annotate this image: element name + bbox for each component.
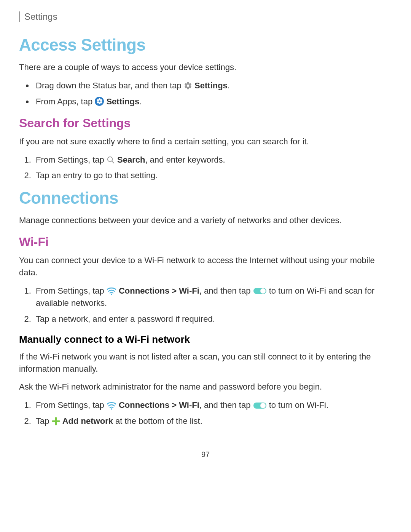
text: From Settings, tap xyxy=(36,286,107,296)
page-number: 97 xyxy=(19,450,392,459)
access-settings-list: Drag down the Status bar, and then tap S… xyxy=(33,80,392,108)
manual-wifi-steps: From Settings, tap Connections > Wi-Fi, … xyxy=(33,399,392,427)
svg-point-8 xyxy=(260,403,266,408)
toggle-on-icon xyxy=(253,401,267,409)
list-item: From Apps, tap Settings. xyxy=(33,96,392,108)
gear-badge-icon xyxy=(95,97,104,106)
svg-point-0 xyxy=(95,97,104,106)
header-text: Settings xyxy=(24,11,57,22)
list-item: Tap Add network at the bottom of the lis… xyxy=(33,415,392,427)
settings-label: Settings xyxy=(194,81,228,90)
text: , and then tap xyxy=(199,400,253,410)
plus-icon xyxy=(52,417,60,425)
text: From Settings, tap xyxy=(36,400,107,410)
gear-icon xyxy=(184,81,192,89)
text: , and enter keywords. xyxy=(145,155,225,165)
list-item: Tap a network, and enter a password if r… xyxy=(33,313,392,325)
text: Drag down the Status bar, and then tap xyxy=(36,81,184,90)
heading-wifi: Wi-Fi xyxy=(19,235,392,249)
text: Tap xyxy=(36,416,52,426)
text: at the bottom of the list. xyxy=(113,416,202,426)
toggle-on-icon xyxy=(253,286,267,295)
wifi-icon xyxy=(107,286,116,295)
wifi-intro: You can connect your device to a Wi-Fi n… xyxy=(19,254,392,279)
text: From Settings, tap xyxy=(36,155,107,165)
heading-manual-wifi: Manually connect to a Wi-Fi network xyxy=(19,334,392,345)
svg-line-2 xyxy=(112,161,114,163)
add-network-label: Add network xyxy=(62,416,113,426)
page-header: Settings xyxy=(19,11,392,22)
svg-point-5 xyxy=(260,288,266,294)
text: . xyxy=(139,97,142,106)
search-label: Search xyxy=(117,155,145,165)
text: to turn on Wi-Fi. xyxy=(269,400,328,410)
text: From Apps, tap xyxy=(36,97,95,106)
text: , and then tap xyxy=(199,286,253,296)
svg-point-6 xyxy=(111,408,112,410)
access-settings-intro: There are a couple of ways to access you… xyxy=(19,61,392,73)
wifi-steps: From Settings, tap Connections > Wi-Fi, … xyxy=(33,285,392,325)
manual-wifi-intro1: If the Wi-Fi network you want is not lis… xyxy=(19,351,392,375)
connections-wifi-label: Connections > Wi-Fi xyxy=(119,400,199,410)
heading-access-settings: Access Settings xyxy=(19,35,392,54)
heading-search-settings: Search for Settings xyxy=(19,116,392,130)
search-settings-intro: If you are not sure exactly where to fin… xyxy=(19,136,392,148)
manual-wifi-intro2: Ask the Wi-Fi network administrator for … xyxy=(19,381,392,393)
search-icon xyxy=(107,155,115,164)
wifi-icon xyxy=(107,401,116,409)
list-item: Tap an entry to go to that setting. xyxy=(33,169,392,182)
connections-wifi-label: Connections > Wi-Fi xyxy=(119,286,199,296)
heading-connections: Connections xyxy=(19,189,392,208)
list-item: From Settings, tap Connections > Wi-Fi, … xyxy=(33,399,392,411)
svg-point-3 xyxy=(111,294,112,295)
search-settings-steps: From Settings, tap Search, and enter key… xyxy=(33,154,392,182)
list-item: Drag down the Status bar, and then tap S… xyxy=(33,80,392,92)
connections-intro: Manage connections between your device a… xyxy=(19,214,392,227)
list-item: From Settings, tap Connections > Wi-Fi, … xyxy=(33,285,392,309)
list-item: From Settings, tap Search, and enter key… xyxy=(33,154,392,166)
settings-label: Settings xyxy=(106,97,139,106)
text: . xyxy=(228,81,230,90)
